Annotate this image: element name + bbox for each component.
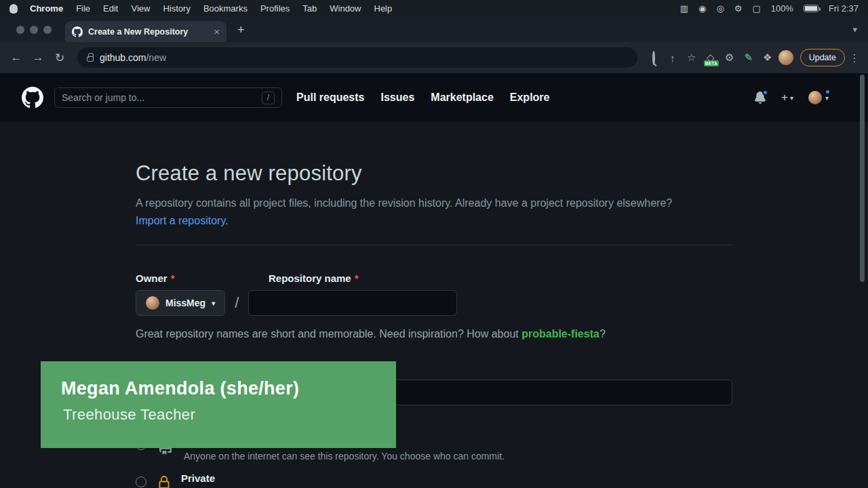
slash-shortcut-hint: / bbox=[262, 92, 275, 104]
close-window-button[interactable] bbox=[16, 26, 24, 34]
owner-repo-row: MissMeg ▾ / bbox=[136, 290, 732, 316]
menubar-item-tab[interactable]: Tab bbox=[302, 3, 317, 14]
suggested-repo-name: probable-fiesta bbox=[521, 328, 599, 340]
github-header-actions: +▾ ▾ bbox=[754, 91, 846, 104]
battery-percent-label: 100% bbox=[771, 3, 793, 14]
presenter-overlay: Megan Amendola (she/her) Treehouse Teach… bbox=[41, 361, 396, 448]
form-labels-row: Owner* Repository name* bbox=[136, 272, 732, 284]
create-new-menu[interactable]: +▾ bbox=[781, 91, 793, 104]
lock-private-icon bbox=[157, 476, 171, 488]
browser-menu-kebab-icon[interactable]: ⋮ bbox=[848, 52, 861, 64]
tab-close-icon[interactable]: × bbox=[214, 26, 220, 37]
menubar-item-file[interactable]: File bbox=[76, 3, 90, 14]
url-text[interactable]: github.com/new bbox=[100, 52, 166, 63]
update-button[interactable]: Update bbox=[800, 49, 845, 66]
gear-extension-icon[interactable]: ⚙ bbox=[722, 52, 738, 64]
minimize-window-button[interactable] bbox=[30, 26, 38, 34]
nav-pull-requests[interactable]: Pull requests bbox=[296, 92, 364, 104]
macos-menubar: Chrome File Edit View History Bookmarks … bbox=[0, 0, 868, 17]
private-label: Private bbox=[181, 472, 215, 484]
browser-profile-avatar[interactable] bbox=[778, 50, 793, 65]
menubar-clock[interactable]: Fri 2:37 bbox=[829, 3, 859, 14]
settings-icon[interactable]: ⚙ bbox=[734, 4, 743, 13]
required-asterisk: * bbox=[171, 272, 175, 284]
browser-toolbar: ← → ↻ github.com/new ↑ ☆ ◇BETA ⚙ ✎ ❖ Upd… bbox=[0, 42, 868, 73]
presenter-name: Megan Amendola (she/her) bbox=[61, 378, 396, 399]
github-logo-icon[interactable] bbox=[22, 87, 43, 108]
address-bar[interactable]: github.com/new bbox=[77, 47, 637, 68]
nav-explore[interactable]: Explore bbox=[510, 92, 550, 104]
lock-icon[interactable] bbox=[87, 56, 94, 62]
zoom-icon[interactable] bbox=[646, 52, 662, 64]
intro-text: A repository contains all project files,… bbox=[136, 195, 694, 230]
menubar-app-name[interactable]: Chrome bbox=[30, 3, 63, 14]
share-icon[interactable]: ↑ bbox=[665, 52, 681, 64]
zoom-window-button[interactable] bbox=[43, 26, 52, 34]
required-asterisk: * bbox=[355, 272, 359, 284]
page-scrollbar-thumb[interactable] bbox=[860, 75, 865, 282]
notifications-bell-icon[interactable] bbox=[754, 92, 766, 104]
screen: Chrome File Edit View History Bookmarks … bbox=[0, 0, 868, 488]
menubar-item-bookmarks[interactable]: Bookmarks bbox=[203, 3, 248, 14]
unread-notification-dot bbox=[762, 89, 768, 96]
tab-search-chevron-icon[interactable]: ▾ bbox=[852, 24, 857, 35]
menubar-item-help[interactable]: Help bbox=[374, 3, 393, 14]
menubar-item-window[interactable]: Window bbox=[330, 3, 361, 14]
forward-button[interactable]: → bbox=[28, 51, 47, 64]
repo-name-hint: Great repository names are short and mem… bbox=[136, 328, 732, 340]
menubar-item-history[interactable]: History bbox=[163, 3, 190, 14]
import-repository-link[interactable]: Import a repository. bbox=[136, 215, 229, 226]
menubar-item-profiles[interactable]: Profiles bbox=[260, 3, 290, 14]
github-nav: Pull requests Issues Marketplace Explore bbox=[296, 92, 549, 104]
tab-title: Create a New Repository bbox=[88, 27, 208, 37]
reload-button[interactable]: ↻ bbox=[50, 51, 69, 65]
browser-tabstrip: Create a New Repository × + ▾ bbox=[0, 17, 868, 42]
github-favicon-icon bbox=[72, 26, 83, 37]
github-header: / Pull requests Issues Marketplace Explo… bbox=[0, 73, 868, 122]
pencil-extension-icon[interactable]: ✎ bbox=[741, 52, 757, 64]
beta-extension-icon[interactable]: ◇BETA bbox=[703, 52, 719, 64]
apple-icon[interactable] bbox=[9, 4, 18, 14]
private-option-row: Private bbox=[136, 472, 732, 488]
owner-select-button[interactable]: MissMeg ▾ bbox=[136, 290, 225, 316]
extensions-puzzle-icon[interactable]: ❖ bbox=[760, 52, 776, 64]
github-search-box[interactable]: / bbox=[54, 87, 282, 108]
nav-issues[interactable]: Issues bbox=[380, 92, 414, 104]
menubar-item-view[interactable]: View bbox=[131, 3, 150, 14]
public-description: Anyone on the internet can see this repo… bbox=[184, 451, 505, 462]
page-title: Create a new repository bbox=[136, 161, 732, 186]
window-controls bbox=[16, 26, 52, 34]
github-search-input[interactable] bbox=[62, 92, 262, 103]
section-divider bbox=[136, 245, 732, 245]
do-not-disturb-icon[interactable]: ◎ bbox=[716, 4, 724, 13]
new-tab-button[interactable]: + bbox=[237, 23, 245, 37]
bookmark-star-icon[interactable]: ☆ bbox=[684, 52, 700, 64]
menubar-status-area: ▥ ◉ ◎ ⚙ ▢ 100% Fri 2:37 bbox=[680, 3, 859, 14]
repository-name-label: Repository name* bbox=[269, 272, 359, 284]
repository-name-input[interactable] bbox=[248, 290, 457, 316]
display-icon[interactable]: ▢ bbox=[752, 4, 760, 13]
menubar-item-edit[interactable]: Edit bbox=[103, 3, 118, 14]
screen-record-icon[interactable]: ◉ bbox=[698, 4, 706, 13]
owner-repo-slash: / bbox=[235, 294, 239, 312]
avatar-status-dot bbox=[825, 89, 831, 95]
presenter-role: Treehouse Teacher bbox=[63, 406, 396, 424]
owner-avatar bbox=[146, 296, 159, 310]
battery-icon[interactable] bbox=[804, 5, 818, 12]
browser-tab-active[interactable]: Create a New Repository × bbox=[65, 21, 226, 42]
nav-marketplace[interactable]: Marketplace bbox=[431, 92, 494, 104]
back-button[interactable]: ← bbox=[7, 51, 26, 64]
private-radio[interactable] bbox=[136, 476, 146, 487]
stage-manager-icon[interactable]: ▥ bbox=[680, 4, 688, 13]
user-avatar bbox=[808, 91, 822, 104]
user-avatar-menu[interactable]: ▾ bbox=[808, 91, 829, 104]
owner-label: Owner* bbox=[136, 272, 269, 284]
